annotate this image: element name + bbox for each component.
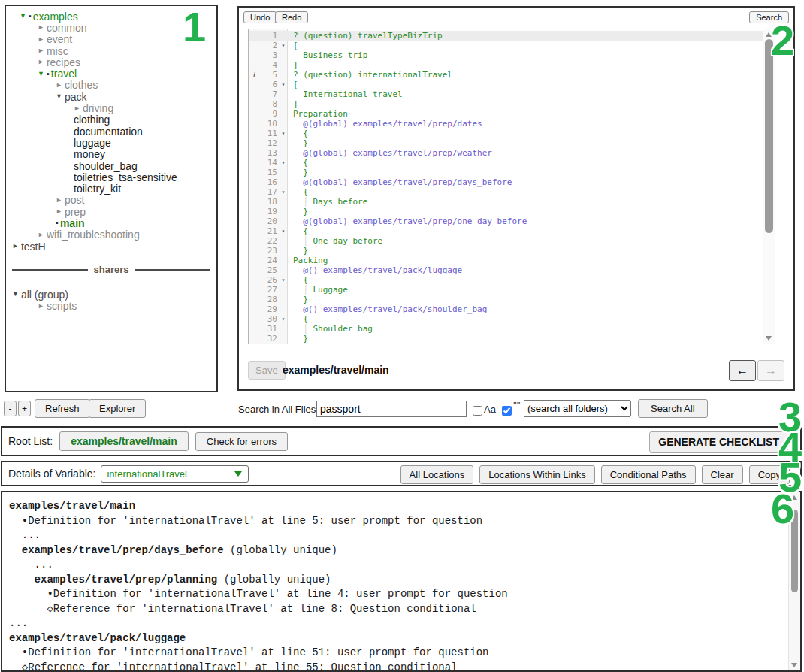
expand-icon[interactable]: ► [56,197,62,204]
root-main-path-button[interactable]: examples/travel/main [59,431,189,451]
tree-item-post[interactable]: ►post [6,195,216,206]
expand-icon[interactable]: ► [38,59,44,65]
tree-item-pack[interactable]: ▼pack [6,91,216,102]
redo-button[interactable]: Redo [275,11,308,23]
code-line-11[interactable]: 11▾ { [249,129,763,138]
fold-icon[interactable]: ▾ [279,226,288,236]
collapse-icon[interactable]: ▼ [56,93,62,100]
scrollbar-thumb[interactable] [765,39,773,233]
code-line-24[interactable]: 24Packing [249,256,763,265]
expand-icon[interactable]: ► [56,82,62,89]
code-editor[interactable]: 1? (question) travelTypeBizTrip2▾[3 Busi… [248,29,775,344]
tree-item-all-group-[interactable]: ▼all (group) [6,289,216,300]
save-button[interactable]: Save [248,361,286,380]
all-locations-button[interactable]: All Locations [400,465,474,484]
clear-button[interactable]: Clear [702,465,743,484]
search-input[interactable] [316,401,467,417]
tree-item-travel[interactable]: ▼▪travel [6,68,216,79]
collapse-icon[interactable]: ▼ [12,291,19,298]
tree-item-prep[interactable]: ►prep [6,206,216,217]
expand-icon[interactable]: ► [38,232,44,238]
code-line-19[interactable]: 19 } [249,207,763,216]
zoom-in-button[interactable]: + [18,401,31,416]
expand-icon[interactable]: ► [38,36,44,43]
code-line-26[interactable]: 26▾ { [249,275,763,285]
code-line-20[interactable]: 20 @(global) examples/travel/prep/one_da… [249,216,763,226]
tree-item-wifi-troubleshooting[interactable]: ►wifi_troubleshooting [6,229,216,241]
code-line-15[interactable]: 15 } [249,168,763,177]
expand-icon[interactable]: ► [12,243,19,250]
tree-item-clothing[interactable]: clothing [6,114,216,126]
code-line-13[interactable]: 13 @(global) examples/travel/prep/weathe… [249,148,763,158]
fold-icon[interactable]: ▾ [279,275,288,285]
tree-item-testh[interactable]: ►testH [6,241,216,252]
code-line-29[interactable]: 29 @() examples/travel/pack/shoulder_bag [249,304,763,314]
tree-item-toiletry-kit[interactable]: toiletry_kit [6,183,216,194]
fold-icon[interactable]: ▾ [279,158,288,168]
exact-phrase-checkbox[interactable] [502,406,512,416]
code-line-5[interactable]: i5? (question) internationalTravel [249,70,763,80]
code-line-14[interactable]: 14▾ { [249,158,763,168]
code-line-27[interactable]: 27 │ Luggage [249,285,763,295]
fold-icon[interactable]: ▾ [279,80,288,89]
code-line-30[interactable]: 30▾ { [249,314,763,324]
fold-icon[interactable]: ▾ [279,314,288,324]
code-line-31[interactable]: 31 │ Shoulder bag [249,324,763,334]
code-line-17[interactable]: 17▾ { [249,187,763,197]
code-line-7[interactable]: 7 International travel [249,89,763,99]
locations-within-links-button[interactable]: Locations Within Links [479,465,594,484]
tree-item-recipes[interactable]: ►recipes [6,56,216,68]
code-line-1[interactable]: 1? (question) travelTypeBizTrip [249,31,763,41]
refresh-button[interactable]: Refresh [35,399,90,418]
expand-icon[interactable]: ► [38,303,44,310]
code-line-25[interactable]: 25 @() examples/travel/pack/luggage [249,265,763,275]
code-line-28[interactable]: 28 } [249,295,763,304]
undo-button[interactable]: Undo [243,11,277,23]
code-line-22[interactable]: 22 │ One day before [249,236,763,246]
tree-item-driving[interactable]: ►driving [6,102,216,114]
code-line-10[interactable]: 10 @(global) examples/travel/prep/dates [249,119,763,129]
back-button[interactable]: ← [729,360,756,381]
folder-select[interactable]: (search all folders) [524,400,631,417]
code-line-9[interactable]: 9Preparation [249,109,763,119]
code-line-6[interactable]: 6▾[ [249,80,763,89]
code-line-2[interactable]: 2▾[ [249,41,763,50]
generate-checklist-button[interactable]: GENERATE CHECKLIST [649,431,788,453]
code-line-21[interactable]: 21▾ { [249,226,763,236]
tree-item-toiletries-tsa-sensitive[interactable]: toiletries_tsa-sensitive [6,171,216,183]
expand-icon[interactable]: ► [38,47,44,54]
collapse-icon[interactable]: ▼ [38,71,44,77]
code-line-12[interactable]: 12 } [249,138,763,148]
code-line-4[interactable]: 4] [249,60,763,70]
match-case-checkbox[interactable] [473,406,482,416]
expand-icon[interactable]: ► [74,105,80,112]
search-all-button[interactable]: Search All [638,399,708,418]
editor-scrollbar[interactable] [763,29,775,344]
code-line-18[interactable]: 18 │ Days before [249,197,763,207]
code-line-3[interactable]: 3 Business trip [249,50,763,60]
explorer-button[interactable]: Explorer [89,399,146,418]
collapse-icon[interactable]: ▼ [20,13,26,20]
fold-icon[interactable]: ▾ [279,187,288,197]
conditional-paths-button[interactable]: Conditional Paths [601,465,696,484]
expand-icon[interactable]: ► [56,208,62,215]
code-line-23[interactable]: 23 } [249,246,763,256]
tree-item-clothes[interactable]: ►clothes [6,80,216,91]
check-for-errors-button[interactable]: Check for errors [195,432,288,451]
tree-item-luggage[interactable]: luggage [6,137,216,148]
tree-item-money[interactable]: money [6,149,216,160]
fold-icon[interactable]: ▾ [279,41,288,50]
tree-item-shoulder-bag[interactable]: shoulder_bag [6,160,216,171]
forward-button[interactable]: → [757,360,784,381]
tree-item-documentation[interactable]: documentation [6,126,216,137]
expand-icon[interactable]: ► [38,24,44,31]
code-line-16[interactable]: 16 @(global) examples/travel/prep/days_b… [249,177,763,187]
code-line-32[interactable]: 32 } [249,334,763,344]
fold-icon[interactable]: ▾ [279,129,288,138]
code-text: │ Shoulder bag [288,324,763,334]
variable-select[interactable]: internationalTravel [101,465,249,483]
zoom-out-button[interactable]: - [4,401,17,416]
tree-item-scripts[interactable]: ►scripts [6,301,216,312]
tree-item-main[interactable]: ▪main [6,217,216,229]
code-line-8[interactable]: 8] [249,99,763,109]
